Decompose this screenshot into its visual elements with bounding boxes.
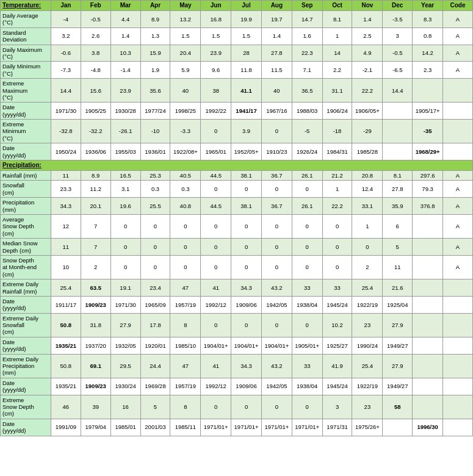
data-cell: 10.3 (110, 45, 140, 62)
table-row: Precipitation(mm)34.320.119.625.540.844.… (1, 198, 473, 215)
temperature-header: Temperature: (1, 1, 51, 11)
data-cell (443, 419, 473, 436)
data-cell (443, 313, 473, 337)
data-cell: 0 (170, 239, 201, 256)
data-cell: 22.2 (322, 198, 352, 215)
data-cell (383, 120, 413, 143)
table-row: Daily Maximum(°C)-0.63.810.315.920.423.9… (1, 45, 473, 62)
data-cell: 0 (170, 255, 201, 279)
data-cell: 23.4 (140, 279, 170, 297)
data-cell (413, 214, 443, 238)
data-cell: 16.8 (201, 11, 231, 28)
data-cell: 25.3 (140, 171, 170, 181)
data-cell: 1935/21 (51, 337, 81, 354)
data-cell: 19.1 (110, 279, 140, 297)
data-cell: 1950/24 (51, 143, 81, 160)
table-row: Median SnowDepth (cm)1170000000005A (1, 239, 473, 256)
data-cell: 1932/05 (110, 337, 140, 354)
data-cell: 33 (322, 279, 352, 297)
data-cell: 0 (292, 239, 322, 256)
data-cell: 0 (140, 214, 170, 238)
data-cell: 44.5 (201, 171, 231, 181)
data-cell: 1941/17 (231, 103, 262, 120)
data-cell: -26.1 (110, 120, 140, 143)
data-cell: 1905/25 (81, 103, 110, 120)
data-cell: 8.1 (322, 11, 352, 28)
data-cell: 0 (231, 214, 262, 238)
data-cell: 0 (201, 395, 231, 419)
table-row: ExtremeMinimum(°C)-32.8-32.2-26.1-10-3.3… (1, 120, 473, 143)
data-cell: A (443, 214, 473, 238)
data-cell: 0 (261, 120, 292, 143)
data-cell: 19.9 (231, 11, 262, 28)
data-cell: 1971/30 (110, 296, 140, 313)
data-cell: 1985/10 (170, 337, 201, 354)
data-cell: 1949/27 (383, 378, 413, 395)
data-cell: 11.8 (231, 62, 262, 79)
data-cell (413, 313, 443, 337)
data-cell: 12.4 (352, 181, 383, 198)
data-cell: 0 (322, 214, 352, 238)
table-row: Date(yyyy/dd)1935/211909/231930/241969/2… (1, 378, 473, 395)
data-cell: 6 (383, 214, 413, 238)
data-cell: 1996/30 (413, 419, 443, 436)
data-cell: 0 (201, 214, 231, 238)
data-cell: 38 (201, 79, 231, 103)
col-dec: Dec (383, 1, 413, 11)
data-cell: 1965/01 (201, 143, 231, 160)
data-cell: 41 (201, 354, 231, 378)
data-cell: 11.5 (261, 62, 292, 79)
data-cell: 44.5 (201, 198, 231, 215)
data-cell: 25.4 (352, 354, 383, 378)
data-cell (413, 79, 443, 103)
data-cell: 0.8 (413, 27, 443, 45)
data-cell: A (443, 27, 473, 45)
data-cell: 1909/06 (231, 296, 262, 313)
data-cell: 43.2 (261, 279, 292, 297)
row-label: Extreme DailyPrecipitation(mm) (1, 354, 51, 378)
table-row: Date(yyyy/dd)1971/301905/251930/281977/2… (1, 103, 473, 120)
col-year: Year (413, 1, 443, 11)
data-cell: 1930/28 (110, 103, 140, 120)
data-cell: 1937/20 (81, 337, 110, 354)
data-cell: A (443, 171, 473, 181)
data-cell: 8.9 (140, 11, 170, 28)
data-cell: 1904/01+ (231, 337, 262, 354)
data-cell: 1.6 (292, 27, 322, 45)
data-cell: 10.2 (322, 313, 352, 337)
data-cell: 1990/24 (352, 337, 383, 354)
data-cell: 0 (140, 239, 170, 256)
data-cell: 1988/03 (292, 103, 322, 120)
data-cell: 50.8 (51, 313, 81, 337)
data-cell: 2 (81, 255, 110, 279)
row-label: Median SnowDepth (cm) (1, 239, 51, 256)
data-cell: 1930/24 (110, 378, 140, 395)
data-cell: 1 (352, 214, 383, 238)
row-label: Date(yyyy/dd) (1, 103, 51, 120)
row-label: Date(yyyy/dd) (1, 378, 51, 395)
data-cell: 23 (352, 313, 383, 337)
data-cell: 1942/05 (261, 296, 292, 313)
data-cell: 1.5 (170, 27, 201, 45)
data-cell: 33 (292, 279, 322, 297)
data-cell: 2.6 (81, 27, 110, 45)
data-cell: 24.4 (140, 354, 170, 378)
data-cell: -1.4 (110, 62, 140, 79)
data-cell: 1926/24 (292, 143, 322, 160)
data-cell: 4.4 (110, 11, 140, 28)
data-cell (443, 395, 473, 419)
data-cell: 3 (383, 27, 413, 45)
data-cell: 8 (170, 395, 201, 419)
data-cell: 39 (81, 395, 110, 419)
col-jan: Jan (51, 1, 81, 11)
data-cell (383, 103, 413, 120)
data-cell: 1952/05+ (231, 143, 262, 160)
data-cell: -3.5 (383, 11, 413, 28)
data-cell: 1.4 (261, 27, 292, 45)
data-cell (443, 143, 473, 160)
data-cell: 1910/23 (261, 143, 292, 160)
data-cell: A (443, 11, 473, 28)
data-cell: 19.6 (110, 198, 140, 215)
data-cell: 40.8 (170, 198, 201, 215)
data-cell: 1.9 (140, 62, 170, 79)
